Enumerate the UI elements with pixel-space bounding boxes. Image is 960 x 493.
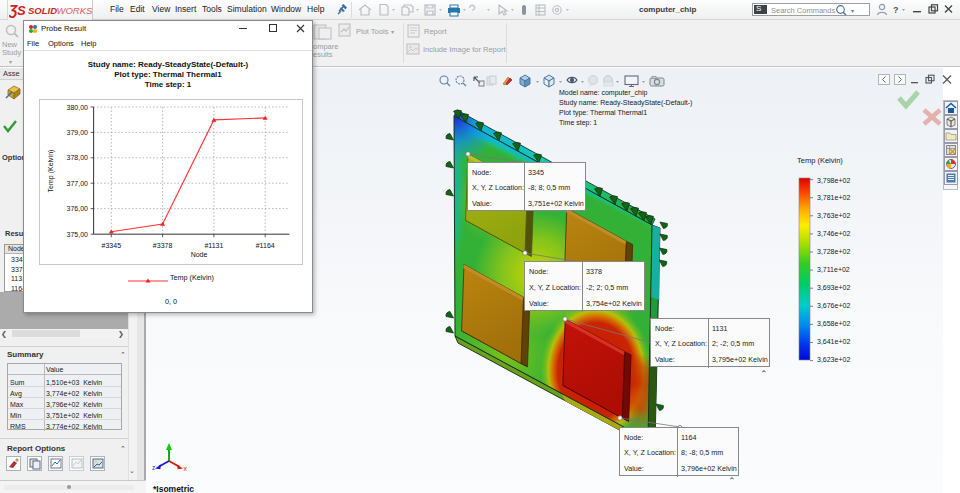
svg-text:378,00: 378,00: [67, 154, 89, 161]
svg-text:Node: Node: [191, 251, 208, 258]
svg-text:x: x: [184, 465, 188, 472]
svg-text:z: z: [152, 464, 155, 471]
svg-text:#3378: #3378: [153, 242, 173, 249]
svg-text:SOLID: SOLID: [28, 5, 57, 16]
svg-text:?: ?: [893, 5, 899, 15]
svg-text:#1131: #1131: [204, 242, 223, 249]
svg-text:376,00: 376,00: [67, 205, 89, 212]
svg-text:380,00: 380,00: [67, 104, 89, 111]
svg-text:375,00: 375,00: [67, 231, 89, 238]
svg-text:WORKS: WORKS: [57, 5, 94, 16]
svg-text:Temp (Kelvin): Temp (Kelvin): [47, 150, 55, 193]
svg-text:#1164: #1164: [256, 242, 275, 249]
svg-text:377,00: 377,00: [67, 180, 89, 187]
svg-text:379,00: 379,00: [67, 129, 89, 136]
svg-text:#3345: #3345: [102, 242, 122, 249]
svg-text:S: S: [17, 3, 26, 18]
